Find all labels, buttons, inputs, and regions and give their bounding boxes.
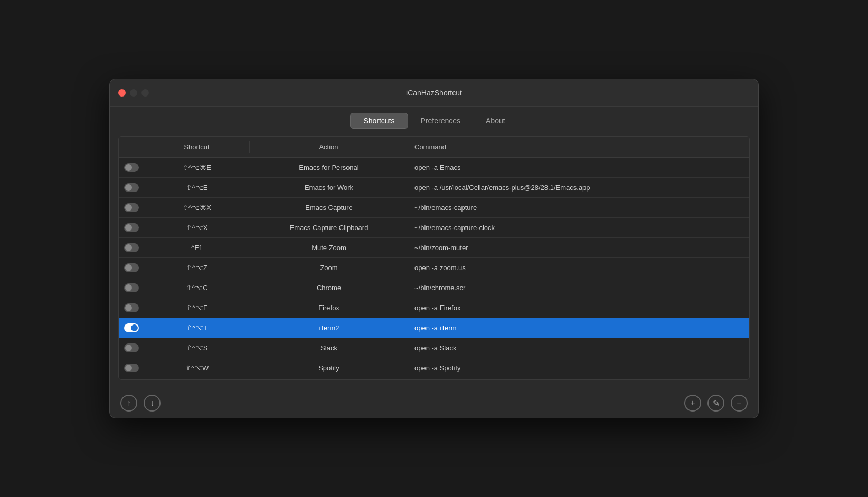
- table-row[interactable]: ^F1 Mute Zoom ~/bin/zoom-muter: [119, 238, 749, 258]
- shortcut-cell: ⇧^⌥W: [144, 361, 250, 375]
- toggle-switch[interactable]: [124, 303, 139, 312]
- command-cell: open -a Firefox: [408, 301, 749, 315]
- tab-shortcuts[interactable]: Shortcuts: [350, 113, 408, 129]
- col-header-toggle: [119, 141, 144, 153]
- toggle-cell[interactable]: [119, 300, 144, 316]
- action-cell: Emacs Capture: [250, 200, 408, 215]
- command-cell: ~/bin/zoom-muter: [408, 241, 749, 255]
- shortcut-cell: ⇧^⌥⌘X: [144, 200, 250, 215]
- shortcut-cell: ⇧^⌥T: [144, 321, 250, 335]
- toggle-cell[interactable]: [119, 200, 144, 215]
- bottom-bar: ↑ ↓ + ✎ −: [110, 388, 758, 418]
- maximize-button[interactable]: [141, 89, 149, 97]
- table-row-selected[interactable]: ⇧^⌥T iTerm2 open -a iTerm: [119, 318, 749, 338]
- tab-preferences[interactable]: Preferences: [408, 113, 473, 128]
- move-up-icon: ↑: [127, 398, 131, 408]
- add-button[interactable]: +: [684, 395, 701, 412]
- remove-button[interactable]: −: [731, 395, 748, 412]
- table-body: ⇧^⌥⌘E Emacs for Personal open -a Emacs ⇧…: [119, 158, 749, 379]
- action-cell: iTerm2: [250, 321, 408, 335]
- bottom-left-controls: ↑ ↓: [120, 395, 161, 412]
- main-window: iCanHazShortcut Shortcuts Preferences Ab…: [109, 79, 759, 418]
- command-cell: open -a zoom.us: [408, 261, 749, 275]
- table-row[interactable]: ⇧^⌥Z Zoom open -a zoom.us: [119, 258, 749, 278]
- command-cell: open -a iTerm: [408, 321, 749, 335]
- command-cell: ~/bin/emacs-capture-clock: [408, 221, 749, 235]
- toggle-cell[interactable]: [119, 160, 144, 175]
- toggle-switch[interactable]: [124, 364, 139, 372]
- toggle-switch[interactable]: [124, 183, 139, 192]
- action-cell: Zoom: [250, 261, 408, 275]
- col-header-shortcut: Shortcut: [144, 141, 250, 153]
- table-row[interactable]: ⇧^⌥F Firefox open -a Firefox: [119, 298, 749, 318]
- col-header-action: Action: [250, 141, 408, 153]
- action-cell: Slack: [250, 341, 408, 355]
- toggle-switch[interactable]: [124, 263, 139, 272]
- toggle-switch[interactable]: [124, 203, 139, 212]
- toggle-switch[interactable]: [124, 323, 139, 332]
- command-cell: open -a /usr/local/Cellar/emacs-plus@28/…: [408, 180, 749, 195]
- action-cell: Spotify: [250, 361, 408, 375]
- table-row[interactable]: ⇧^⌥X Emacs Capture Clipboard ~/bin/emacs…: [119, 218, 749, 238]
- table-row[interactable]: ⇧^⌥C Chrome ~/bin/chrome.scr: [119, 278, 749, 298]
- table-row[interactable]: ⇧^⌥E Emacs for Work open -a /usr/local/C…: [119, 178, 749, 198]
- action-cell: Emacs for Personal: [250, 160, 408, 175]
- command-cell: open -a Spotify: [408, 361, 749, 375]
- table-row[interactable]: ⇧^⌥W Spotify open -a Spotify: [119, 358, 749, 378]
- command-cell: open -a Emacs: [408, 160, 749, 175]
- toggle-cell[interactable]: [119, 360, 144, 376]
- toggle-cell[interactable]: [119, 340, 144, 356]
- toggle-cell[interactable]: [119, 180, 144, 195]
- tab-bar: Shortcuts Preferences About: [110, 107, 758, 136]
- move-down-button[interactable]: ↓: [144, 395, 161, 412]
- action-cell: Mute Zoom: [250, 241, 408, 255]
- action-cell: Firefox: [250, 301, 408, 315]
- edit-button[interactable]: ✎: [707, 395, 724, 412]
- remove-icon: −: [737, 398, 741, 408]
- move-down-icon: ↓: [150, 398, 154, 408]
- toggle-cell[interactable]: [119, 320, 144, 336]
- toggle-switch[interactable]: [124, 223, 139, 232]
- toggle-cell[interactable]: [119, 240, 144, 255]
- toggle-switch[interactable]: [124, 343, 139, 352]
- shortcut-cell: ⇧^⌥E: [144, 180, 250, 195]
- edit-icon: ✎: [713, 398, 720, 408]
- tab-about[interactable]: About: [473, 113, 518, 128]
- move-up-button[interactable]: ↑: [120, 395, 137, 412]
- window-controls: [118, 89, 149, 97]
- table-header: Shortcut Action Command: [119, 137, 749, 158]
- col-header-command: Command: [408, 141, 749, 153]
- toggle-cell[interactable]: [119, 280, 144, 295]
- table-row[interactable]: ⇧^⌥O Keepass open -a KeepassXC: [119, 378, 749, 379]
- table-row[interactable]: ⇧^⌥⌘X Emacs Capture ~/bin/emacs-capture: [119, 198, 749, 218]
- action-cell: Emacs for Work: [250, 180, 408, 195]
- titlebar: iCanHazShortcut: [110, 79, 758, 107]
- toggle-switch[interactable]: [124, 243, 139, 252]
- shortcut-cell: ^F1: [144, 241, 250, 255]
- table-row[interactable]: ⇧^⌥⌘E Emacs for Personal open -a Emacs: [119, 158, 749, 178]
- toggle-cell[interactable]: [119, 260, 144, 275]
- add-icon: +: [690, 398, 695, 408]
- shortcut-cell: ⇧^⌥Z: [144, 261, 250, 275]
- toggle-switch[interactable]: [124, 283, 139, 292]
- minimize-button[interactable]: [130, 89, 137, 97]
- action-cell: Emacs Capture Clipboard: [250, 221, 408, 235]
- window-title: iCanHazShortcut: [406, 89, 462, 97]
- shortcut-cell: ⇧^⌥S: [144, 341, 250, 355]
- content-area: Shortcut Action Command ⇧^⌥⌘E Emacs for …: [118, 136, 750, 380]
- shortcut-cell: ⇧^⌥F: [144, 301, 250, 315]
- command-cell: ~/bin/emacs-capture: [408, 200, 749, 215]
- close-button[interactable]: [118, 89, 126, 97]
- toggle-switch[interactable]: [124, 163, 139, 172]
- command-cell: open -a Slack: [408, 341, 749, 355]
- command-cell: ~/bin/chrome.scr: [408, 281, 749, 295]
- action-cell: Chrome: [250, 281, 408, 295]
- table-row[interactable]: ⇧^⌥S Slack open -a Slack: [119, 338, 749, 358]
- bottom-right-controls: + ✎ −: [684, 395, 748, 412]
- shortcut-cell: ⇧^⌥C: [144, 281, 250, 295]
- shortcut-cell: ⇧^⌥X: [144, 221, 250, 235]
- shortcut-cell: ⇧^⌥⌘E: [144, 160, 250, 175]
- toggle-cell[interactable]: [119, 220, 144, 235]
